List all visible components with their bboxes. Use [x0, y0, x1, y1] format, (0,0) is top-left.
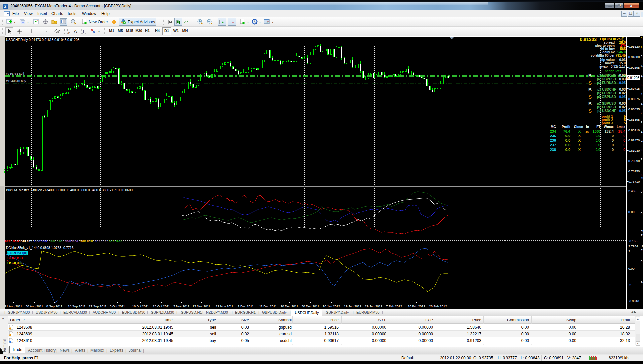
svg-text:BucCM_Master_StdDev -0.3400 0.: BucCM_Master_StdDev -0.3400 0.2100 0.540… — [6, 188, 133, 192]
svg-text:943: 943 — [641, 281, 643, 284]
svg-text:0.83910: 0.83910 — [628, 128, 640, 132]
svg-text:volatilita 60 per: volatilita 60 per — [591, 54, 615, 57]
svg-text:0: 0 — [623, 134, 625, 138]
svg-text:PT: PT — [596, 125, 600, 129]
svg-text:0.2: 0.2 — [641, 139, 643, 142]
svg-text:-3.9943: -3.9943 — [628, 299, 639, 303]
svg-text:#1243610 buy: #1243610 buy — [6, 79, 26, 83]
svg-text:B: B — [588, 101, 592, 106]
svg-text:0.81030: 0.81030 — [628, 149, 640, 152]
svg-text:USD -0.34: USD -0.34 — [5, 239, 19, 243]
svg-text:4.8: 4.8 — [641, 93, 643, 96]
svg-text:6 Oct 2011: 6 Oct 2011 — [110, 304, 125, 308]
svg-text:#736765 sell’: #736765 sell’ — [6, 72, 25, 75]
svg-text:0.89715: 0.89715 — [628, 87, 640, 90]
svg-text:0.92595: 0.92595 — [628, 66, 640, 69]
svg-text:0.03: 0.03 — [619, 102, 626, 105]
svg-text:0.76710: 0.76710 — [628, 180, 640, 183]
svg-text:AUD 0.38: AUD 0.38 — [80, 239, 93, 243]
svg-text:EURUSD[0]: EURUSD[0] — [7, 251, 27, 255]
svg-text:0.03: 0.03 — [619, 74, 626, 77]
svg-text:0.0: 0.0 — [596, 143, 600, 147]
svg-text:55: 55 — [641, 230, 643, 233]
svg-text:0.0: 0.0 — [596, 134, 600, 138]
svg-text:20 Dec 2011: 20 Dec 2011 — [280, 304, 298, 308]
svg-text:0.03: 0.03 — [619, 88, 626, 91]
svg-text:B: B — [588, 73, 592, 78]
svg-text:CHF 0.60: CHF 0.60 — [50, 239, 63, 243]
svg-text:-18.4: -18.4 — [617, 129, 626, 133]
svg-text:5: 5 — [624, 121, 626, 125]
svg-text:0.85395: 0.85395 — [628, 118, 640, 121]
svg-text:0.03: 0.03 — [619, 77, 626, 81]
svg-text:0.79590: 0.79590 — [628, 159, 640, 163]
svg-text:2.455: 2.455 — [628, 189, 636, 193]
svg-text:USDCHF,Daily 0.91473 0.91613: USDCHF,Daily 0.91473 0.91613 0.91048 0.9… — [6, 38, 80, 42]
svg-text:7.5: 7.5 — [641, 64, 643, 67]
svg-text:USDCHF: USDCHF — [7, 261, 23, 265]
svg-text:p3 USDCHF: p3 USDCHF — [597, 109, 616, 113]
svg-text:0.32/-1.17: 0.32/-1.17 — [611, 65, 626, 68]
svg-text:0.00: 0.00 — [628, 210, 635, 214]
svg-text:0.91203: 0.91203 — [580, 37, 597, 42]
svg-text:GBP 0.54: GBP 0.54 — [34, 239, 47, 243]
svg-text:0: 0 — [623, 143, 625, 147]
svg-text:9.3: 9.3 — [641, 46, 643, 49]
svg-text:0.02: 0.02 — [619, 91, 626, 95]
svg-text:0: 0 — [612, 138, 614, 142]
svg-text:0: 0 — [641, 212, 642, 215]
svg-text:3.5: 3.5 — [641, 55, 643, 58]
svg-text:7 Feb 2012: 7 Feb 2012 — [386, 304, 402, 308]
svg-text:S: S — [589, 94, 592, 100]
svg-text:1 Dec 2011: 1 Dec 2011 — [238, 304, 254, 308]
svg-text:0.3: 0.3 — [641, 37, 643, 40]
svg-text:X: X — [578, 134, 581, 138]
svg-text:0: 0 — [612, 143, 614, 147]
svg-text:p3 EURUSD: p3 EURUSD — [597, 81, 616, 85]
svg-text:Close: Close — [574, 125, 583, 129]
svg-text:0.05: 0.05 — [619, 81, 626, 85]
svg-text:30 Dec 2011: 30 Dec 2011 — [301, 304, 319, 308]
svg-text:GBPUSD: GBPUSD — [7, 256, 23, 260]
svg-text:8 Sep 2011: 8 Sep 2011 — [46, 304, 62, 308]
svg-text:21 Aug 2011: 21 Aug 2011 — [5, 304, 22, 308]
svg-text:0: 0 — [623, 138, 625, 142]
svg-text:B: B — [588, 87, 592, 92]
svg-text:76.4: 76.4 — [563, 129, 571, 133]
svg-text:9.3: 9.3 — [641, 148, 643, 152]
svg-text:.29: .29 — [641, 245, 643, 248]
svg-text:63: 63 — [641, 249, 643, 252]
svg-text:236: 236 — [550, 138, 556, 142]
svg-text:p1 GBPUSD: p1 GBPUSD — [597, 102, 616, 105]
svg-text:0.0: 0.0 — [565, 148, 570, 152]
svg-text:0.0: 0.0 — [596, 148, 600, 152]
svg-text:swap: swap — [599, 65, 608, 68]
svg-text:0.05: 0.05 — [619, 95, 626, 99]
svg-text:0: 0 — [623, 148, 625, 152]
svg-text:25 Oct 2011: 25 Oct 2011 — [153, 304, 170, 308]
svg-text:19 Jan 2012: 19 Jan 2012 — [344, 304, 361, 308]
svg-text:29 Jan 2012: 29 Jan 2012 — [365, 304, 382, 308]
svg-text:237: 237 — [550, 143, 556, 147]
svg-text:791.45: 791.45 — [615, 54, 626, 57]
svg-text:1000: 1000 — [593, 129, 600, 133]
svg-text:profit 3: profit 3 — [602, 121, 613, 125]
svg-text:Wmax: Wmax — [604, 125, 614, 129]
svg-text:0: 0 — [612, 134, 614, 138]
svg-text:7.4: 7.4 — [641, 158, 643, 161]
svg-text:X: X — [578, 148, 581, 152]
svg-text:JPY -1.71: JPY -1.71 — [95, 239, 108, 243]
svg-text:3S: 3S — [585, 130, 589, 133]
svg-text:hedge lots: hedge lots — [605, 69, 621, 73]
svg-text:238: 238 — [550, 148, 556, 152]
svg-text:0.0: 0.0 — [565, 134, 570, 138]
svg-text:2.9: 2.9 — [641, 111, 643, 115]
svg-text:0.0: 0.0 — [565, 138, 570, 142]
svg-text:p1 USDCHF: p1 USDCHF — [597, 74, 616, 77]
svg-text:22 Nov 2011: 22 Nov 2011 — [216, 304, 233, 308]
svg-text:0.94080: 0.94080 — [628, 55, 640, 59]
svg-text:0.05: 0.05 — [619, 109, 626, 113]
svg-text:5.7: 5.7 — [641, 83, 643, 87]
svg-text:MG: MG — [551, 125, 556, 129]
svg-text:p2 EURUSD: p2 EURUSD — [597, 91, 616, 95]
